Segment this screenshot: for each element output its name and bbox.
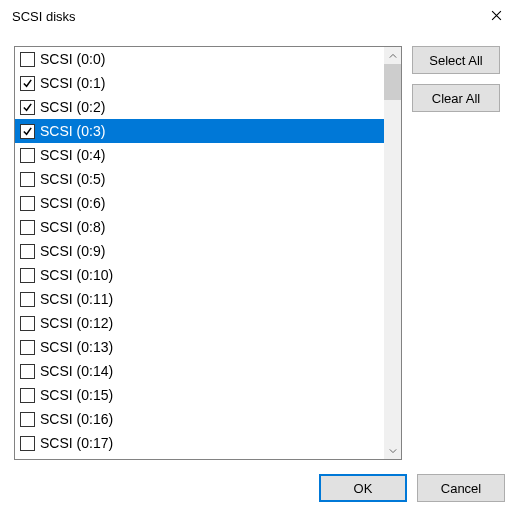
list-item-label: SCSI (0:4): [40, 148, 105, 162]
list-item[interactable]: SCSI (0:13): [15, 335, 384, 359]
scroll-up-button[interactable]: [384, 47, 401, 64]
checkbox[interactable]: [20, 388, 35, 403]
checkbox[interactable]: [20, 76, 35, 91]
ok-button[interactable]: OK: [319, 474, 407, 502]
checkbox[interactable]: [20, 52, 35, 67]
list-item-label: SCSI (0:5): [40, 172, 105, 186]
checkbox[interactable]: [20, 172, 35, 187]
checkbox[interactable]: [20, 220, 35, 235]
list-item[interactable]: SCSI (0:17): [15, 431, 384, 455]
checkbox[interactable]: [20, 436, 35, 451]
checkbox[interactable]: [20, 364, 35, 379]
list-item[interactable]: SCSI (0:2): [15, 95, 384, 119]
side-button-group: Select All Clear All: [412, 46, 500, 460]
checkbox[interactable]: [20, 292, 35, 307]
checkbox[interactable]: [20, 412, 35, 427]
scroll-down-button[interactable]: [384, 442, 401, 459]
list-item-label: SCSI (0:10): [40, 268, 113, 282]
close-icon: [491, 8, 502, 24]
list-item[interactable]: SCSI (0:16): [15, 407, 384, 431]
checkbox[interactable]: [20, 316, 35, 331]
list-item-label: SCSI (0:11): [40, 292, 113, 306]
checkbox[interactable]: [20, 244, 35, 259]
list-item-label: SCSI (0:15): [40, 388, 113, 402]
titlebar: SCSI disks: [0, 0, 519, 32]
list-item[interactable]: SCSI (0:6): [15, 191, 384, 215]
select-all-button[interactable]: Select All: [412, 46, 500, 74]
list-item-label: SCSI (0:2): [40, 100, 105, 114]
scroll-track[interactable]: [384, 64, 401, 442]
list-item[interactable]: SCSI (0:9): [15, 239, 384, 263]
footer-button-group: OK Cancel: [0, 460, 519, 502]
list-item[interactable]: SCSI (0:5): [15, 167, 384, 191]
list-item[interactable]: SCSI (0:0): [15, 47, 384, 71]
list-item[interactable]: SCSI (0:8): [15, 215, 384, 239]
list-item-label: SCSI (0:12): [40, 316, 113, 330]
checkbox[interactable]: [20, 148, 35, 163]
chevron-down-icon: [389, 443, 397, 458]
list-item[interactable]: SCSI (0:11): [15, 287, 384, 311]
chevron-up-icon: [389, 48, 397, 63]
list-item-label: SCSI (0:1): [40, 76, 105, 90]
list-item[interactable]: SCSI (0:1): [15, 71, 384, 95]
list-item-label: SCSI (0:14): [40, 364, 113, 378]
list-item[interactable]: SCSI (0:3): [15, 119, 384, 143]
scrollbar[interactable]: [384, 47, 401, 459]
list-item-label: SCSI (0:9): [40, 244, 105, 258]
list-item[interactable]: SCSI (0:15): [15, 383, 384, 407]
close-button[interactable]: [473, 0, 519, 32]
disk-listbox[interactable]: SCSI (0:0)SCSI (0:1)SCSI (0:2)SCSI (0:3)…: [14, 46, 402, 460]
list-item[interactable]: SCSI (0:10): [15, 263, 384, 287]
list-item-label: SCSI (0:0): [40, 52, 105, 66]
list-item-label: SCSI (0:17): [40, 436, 113, 450]
checkbox[interactable]: [20, 124, 35, 139]
checkbox[interactable]: [20, 268, 35, 283]
clear-all-button[interactable]: Clear All: [412, 84, 500, 112]
scroll-thumb[interactable]: [384, 64, 401, 100]
checkbox[interactable]: [20, 100, 35, 115]
list-item-label: SCSI (0:6): [40, 196, 105, 210]
checkbox[interactable]: [20, 340, 35, 355]
list-item-label: SCSI (0:13): [40, 340, 113, 354]
list-item[interactable]: SCSI (0:4): [15, 143, 384, 167]
content-area: SCSI (0:0)SCSI (0:1)SCSI (0:2)SCSI (0:3)…: [0, 32, 519, 460]
list-item-label: SCSI (0:8): [40, 220, 105, 234]
list-item-label: SCSI (0:16): [40, 412, 113, 426]
cancel-button[interactable]: Cancel: [417, 474, 505, 502]
list-item[interactable]: SCSI (0:14): [15, 359, 384, 383]
window-title: SCSI disks: [12, 9, 76, 24]
list-item-label: SCSI (0:3): [40, 124, 105, 138]
list-item[interactable]: SCSI (0:12): [15, 311, 384, 335]
checkbox[interactable]: [20, 196, 35, 211]
